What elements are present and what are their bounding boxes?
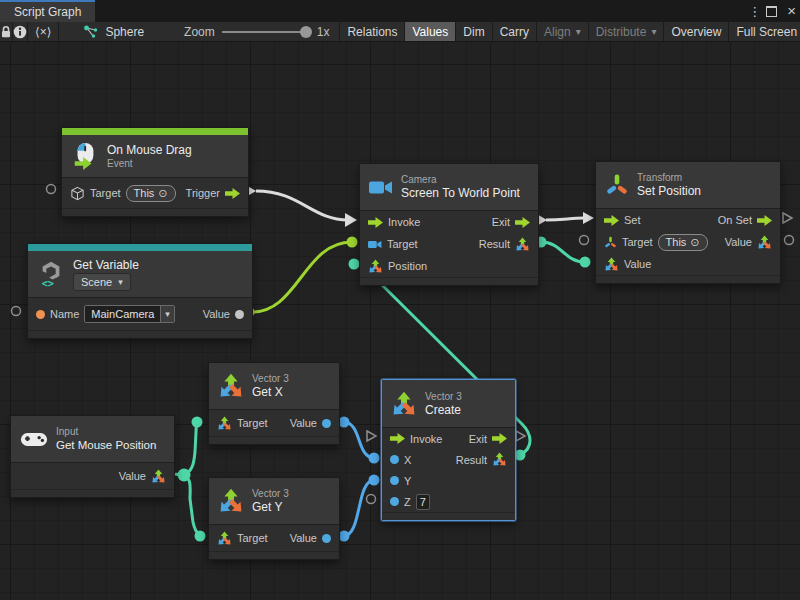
value-port[interactable] bbox=[235, 310, 244, 319]
wire-getx-to-create-x[interactable] bbox=[339, 417, 380, 464]
transform-port-icon[interactable] bbox=[604, 236, 617, 249]
flow-arrow-icon[interactable] bbox=[757, 215, 772, 226]
zoom-level: 1x bbox=[317, 25, 330, 39]
port-marker-triangle[interactable] bbox=[783, 213, 792, 223]
node-get-mouse-position[interactable]: Input Get Mouse Position Value bbox=[10, 415, 175, 498]
code-toggle-button[interactable]: ⟨×⟩ bbox=[28, 22, 59, 41]
z-value-input[interactable] bbox=[416, 494, 430, 510]
node-title: Set Position bbox=[637, 184, 701, 198]
target-self-chip[interactable]: This ⊙ bbox=[658, 234, 708, 251]
zoom-slider[interactable] bbox=[222, 31, 310, 33]
target-self-chip[interactable]: This ⊙ bbox=[126, 185, 176, 202]
value-out-port-label: Value bbox=[725, 236, 752, 248]
vector3-icon bbox=[391, 391, 417, 417]
graph-owner-label: Sphere bbox=[105, 25, 144, 39]
port-marker-circle[interactable] bbox=[580, 236, 589, 245]
zoom-control: Zoom 1x bbox=[154, 22, 339, 41]
vector3-port-icon[interactable] bbox=[492, 452, 507, 467]
port-marker-circle[interactable] bbox=[367, 495, 376, 504]
node-get-x[interactable]: Vector 3 Get X Target Value bbox=[208, 362, 340, 445]
variable-name-dropdown[interactable]: MainCamera ▾ bbox=[84, 305, 175, 323]
graph-toolbar: ⟨×⟩ Sphere Zoom 1x Relations Values Dim … bbox=[0, 22, 800, 42]
tab-bar: Script Graph ⋮ × bbox=[0, 0, 800, 22]
node-title: Get Y bbox=[252, 500, 289, 514]
y-port[interactable] bbox=[390, 476, 399, 485]
node-category: Vector 3 bbox=[252, 373, 289, 384]
vector3-port-icon[interactable] bbox=[757, 235, 772, 250]
node-vector3-create[interactable]: Vector 3 Create Invoke Exit X Result bbox=[381, 379, 516, 521]
value-port[interactable] bbox=[322, 534, 331, 543]
variable-color-bar bbox=[28, 244, 252, 251]
port-marker-circle[interactable] bbox=[47, 185, 56, 194]
target-port-label: Target bbox=[90, 187, 121, 199]
flow-arrow-icon[interactable] bbox=[515, 217, 530, 228]
node-category: Vector 3 bbox=[252, 488, 289, 499]
unity-variable-icon: <> bbox=[37, 260, 65, 288]
zoom-slider-knob[interactable] bbox=[300, 26, 312, 38]
info-button[interactable] bbox=[13, 22, 28, 41]
tab-title: Script Graph bbox=[14, 5, 81, 19]
flow-arrow-icon[interactable] bbox=[604, 215, 619, 226]
port-marker-triangle[interactable] bbox=[516, 431, 525, 441]
wire-camera-result-to-value[interactable] bbox=[536, 237, 591, 268]
overview-button[interactable]: Overview bbox=[663, 22, 728, 41]
distribute-button[interactable]: Distribute▾ bbox=[588, 22, 664, 41]
value-port[interactable] bbox=[322, 419, 331, 428]
flow-arrow-icon[interactable] bbox=[225, 188, 240, 199]
node-on-mouse-drag[interactable]: On Mouse Drag Event Target This ⊙ Trigge… bbox=[61, 127, 249, 217]
wire-exit-to-set[interactable] bbox=[535, 212, 594, 227]
vector3-port-icon[interactable] bbox=[604, 257, 619, 272]
vector3-port-icon[interactable] bbox=[217, 531, 232, 546]
chevron-down-icon: ▾ bbox=[576, 26, 581, 37]
values-button[interactable]: Values bbox=[404, 22, 455, 41]
maximize-icon[interactable] bbox=[766, 6, 777, 17]
target-port-label: Target bbox=[387, 238, 418, 250]
node-get-variable[interactable]: <> Get Variable Scene ▾ Name MainCamera … bbox=[27, 243, 253, 339]
node-set-position[interactable]: Transform Set Position Set On Set Target… bbox=[595, 161, 781, 284]
flow-arrow-icon[interactable] bbox=[492, 433, 507, 444]
wire-trigger-to-invoke[interactable] bbox=[244, 184, 357, 227]
flow-arrow-icon[interactable] bbox=[390, 433, 405, 444]
wire-variable-to-camera-target[interactable] bbox=[244, 237, 358, 318]
node-footer bbox=[209, 436, 339, 444]
vector3-port-icon[interactable] bbox=[151, 469, 166, 484]
vector3-port-icon[interactable] bbox=[515, 237, 530, 252]
port-marker-circle[interactable] bbox=[12, 307, 21, 316]
code-toggle-icon: ⟨×⟩ bbox=[35, 25, 51, 39]
info-icon bbox=[13, 25, 27, 39]
align-button[interactable]: Align▾ bbox=[536, 22, 588, 41]
node-title: Create bbox=[425, 403, 462, 417]
dim-button[interactable]: Dim bbox=[455, 22, 491, 41]
tab-script-graph[interactable]: Script Graph bbox=[0, 0, 95, 22]
variable-scope-dropdown[interactable]: Scene ▾ bbox=[73, 273, 131, 291]
flow-arrow-icon[interactable] bbox=[368, 217, 383, 228]
x-port[interactable] bbox=[390, 455, 399, 464]
node-title: Screen To World Point bbox=[401, 186, 520, 200]
wire-gety-to-create-y[interactable] bbox=[339, 475, 380, 542]
window-menu-icon[interactable]: ⋮ bbox=[748, 4, 756, 19]
transform-icon bbox=[605, 173, 629, 197]
mouse-drag-icon bbox=[71, 142, 99, 170]
chevron-down-icon: ▾ bbox=[118, 277, 123, 287]
script-graph-window: Script Graph ⋮ × ⟨×⟩ Sphere Zoom bbox=[0, 0, 800, 600]
graph-owner-breadcrumb[interactable]: Sphere bbox=[59, 22, 154, 41]
close-icon[interactable]: × bbox=[787, 6, 796, 16]
camera-port-icon[interactable] bbox=[368, 240, 382, 249]
name-port[interactable] bbox=[36, 310, 45, 319]
lock-button[interactable] bbox=[0, 22, 13, 41]
relations-button[interactable]: Relations bbox=[339, 22, 404, 41]
y-port-label: Y bbox=[404, 475, 411, 487]
full-screen-button[interactable]: Full Screen bbox=[728, 22, 800, 41]
z-port[interactable] bbox=[390, 497, 399, 506]
vector3-port-icon[interactable] bbox=[217, 416, 232, 431]
node-get-y[interactable]: Vector 3 Get Y Target Value bbox=[208, 477, 340, 560]
vector3-icon bbox=[218, 488, 244, 514]
port-marker-triangle[interactable] bbox=[367, 431, 376, 441]
port-marker-circle[interactable] bbox=[785, 236, 794, 245]
result-port-label: Result bbox=[456, 454, 487, 466]
vector3-port-icon[interactable] bbox=[368, 259, 383, 274]
node-screen-to-world-point[interactable]: Camera Screen To World Point Invoke Exit… bbox=[359, 163, 539, 286]
carry-button[interactable]: Carry bbox=[492, 22, 536, 41]
graph-canvas[interactable]: On Mouse Drag Event Target This ⊙ Trigge… bbox=[0, 42, 800, 600]
value-port-label: Value bbox=[119, 470, 146, 482]
